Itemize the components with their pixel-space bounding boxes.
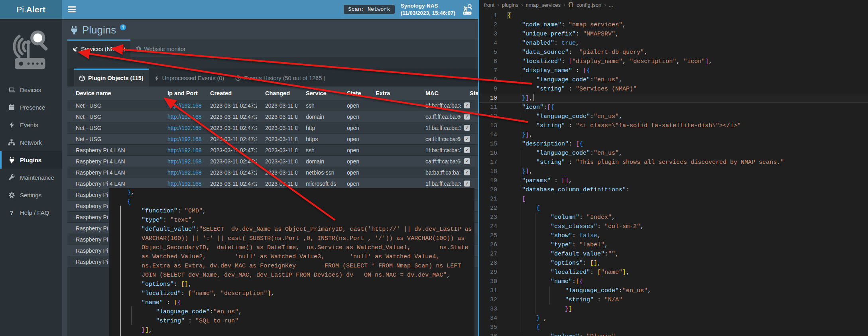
code-line: 19 "params" : [], — [479, 176, 868, 185]
table-cell: 1f:ba:ff:ca:ba:34 — [417, 178, 461, 189]
table-cell — [367, 122, 417, 133]
status-checkbox[interactable]: ✓ — [464, 114, 470, 120]
breadcrumb-item[interactable]: config.json — [577, 2, 601, 8]
status-checkbox[interactable]: ✓ — [464, 125, 470, 131]
table-cell: Net - USG — [67, 100, 159, 111]
code-line: 11 "icon":[{ — [479, 103, 868, 112]
top-header: Scan: Network Synology-NAS (11/03/2023, … — [62, 0, 478, 19]
breadcrumb[interactable]: front› plugins› nmap_services› {} config… — [479, 0, 868, 10]
table-cell: netbios-ssn — [297, 167, 339, 178]
code-line: "options": [], — [109, 280, 474, 289]
col-created[interactable]: Created — [202, 86, 257, 100]
status-checkbox[interactable]: ✓ — [464, 102, 470, 108]
table-cell: open — [339, 156, 367, 167]
subtab-events-history[interactable]: Events History (50 out of 1265 ) — [230, 69, 331, 86]
sidebar-item-label: Plugins — [20, 157, 41, 163]
code-line: as Watched_Value2, 'null' as Watched_Val… — [109, 252, 474, 261]
chevron-right-icon: › — [497, 2, 499, 8]
breadcrumb-item[interactable]: plugins — [502, 2, 518, 8]
table-cell: open — [339, 167, 367, 178]
sidebar-item-plugins[interactable]: Plugins — [0, 151, 62, 169]
ip-port-link[interactable]: http://192.168.1.1:443 — [167, 136, 202, 142]
tab-website-monitor[interactable]: Website monitor — [130, 39, 191, 57]
col-extra[interactable]: Extra — [367, 86, 417, 100]
breadcrumb-item[interactable]: front — [484, 2, 494, 8]
table-cell: 2023-03-11 02:47:20 — [202, 167, 257, 178]
sidebar-item-presence[interactable]: Presence — [0, 98, 62, 116]
tab-services-nmap[interactable]: Services (NMAP) — [67, 39, 130, 57]
col-mac[interactable]: MAC — [417, 86, 461, 100]
code-line: 36 "column": "Plugin", — [479, 332, 868, 336]
subtab-label: Plugin Objects (115) — [88, 75, 144, 81]
subtab-unprocessed-events[interactable]: Unprocessed Events (0) — [149, 69, 230, 86]
col-changed[interactable]: Changed — [257, 86, 297, 100]
ip-port-link[interactable]: http://192.168.1.1:22 — [167, 102, 202, 109]
table-cell: 2023-03-11 02:47:20 — [257, 100, 297, 111]
sidebar-item-help[interactable]: ? Help / FAQ — [0, 204, 62, 221]
header-divider — [0, 19, 478, 20]
table-cell: 2023-03-11 02:47:20 — [257, 178, 297, 189]
hamburger-menu-icon[interactable] — [68, 6, 76, 13]
chevron-right-icon: › — [604, 2, 606, 8]
table-cell: open — [339, 100, 367, 111]
code-line: 18 }], — [479, 167, 868, 176]
code-line: 14 }], — [479, 130, 868, 140]
code-line: 32 "string" : "N/A" — [479, 295, 868, 305]
json-symbol-icon: {} — [568, 2, 574, 8]
page-title: Plugins — [82, 24, 116, 36]
col-service[interactable]: Service — [297, 86, 339, 100]
breadcrumb-item[interactable]: ... — [609, 2, 613, 8]
bolt-icon — [8, 122, 15, 128]
ip-port-link[interactable]: http://192.168.1.9:53 — [167, 158, 202, 165]
help-badge[interactable]: ? — [120, 24, 126, 30]
ip-port-link[interactable]: http://192.168.1.9:139 — [167, 169, 202, 176]
code-line: 8 "language_code":"en_us", — [479, 75, 868, 84]
code-line: 26 "type": "label", — [479, 240, 868, 250]
ip-port-link[interactable]: http://192.168.1.1:53 — [167, 114, 202, 120]
code-line: "function": "CMD", — [109, 206, 474, 216]
wrench-icon — [8, 174, 15, 181]
ip-port-link[interactable]: http://192.168.1.9:445 — [167, 181, 202, 187]
status-checkbox[interactable]: ✓ — [464, 136, 470, 142]
app-brand[interactable]: Pi.Alert — [0, 0, 62, 19]
status-checkbox[interactable]: ✓ — [464, 169, 470, 175]
ip-port-link[interactable]: http://192.168.1.1:80 — [167, 125, 202, 131]
code-line: 4 "enabled": true, — [479, 39, 868, 48]
status-checkbox[interactable]: ✓ — [464, 158, 470, 164]
table-cell: Net - USG — [67, 111, 159, 122]
col-device-name[interactable]: Device name — [67, 86, 159, 100]
sidebar: Devices Presence Events Network Plugins — [0, 20, 62, 336]
table-cell — [367, 178, 417, 189]
indent-guide — [521, 75, 521, 94]
plug-icon — [8, 157, 15, 163]
table-cell — [367, 145, 417, 155]
header-right: Scan: Network Synology-NAS (11/03/2023, … — [344, 2, 474, 16]
table-cell — [367, 156, 417, 167]
table-cell: 1f:ba:ff:ca:ba:34 — [417, 122, 461, 133]
subtab-plugin-objects[interactable]: Plugin Objects (115) — [74, 69, 149, 86]
pialert-logo-icon — [461, 3, 474, 16]
table-cell: http://192.168.1.1:443 — [159, 134, 202, 144]
sidebar-item-maintenance[interactable]: Maintenance — [0, 169, 62, 186]
col-state[interactable]: State — [339, 86, 367, 100]
status-checkbox[interactable]: ✓ — [464, 181, 470, 187]
table-cell: 1f:ba:ff:ca:ba:34 — [417, 145, 461, 155]
table-cell: http://192.168.1.1:80 — [159, 122, 202, 133]
sidebar-item-events[interactable]: Events — [0, 116, 62, 134]
sidebar-item-network[interactable]: Network — [0, 134, 62, 151]
breadcrumb-item[interactable]: nmap_services — [526, 2, 561, 8]
editor[interactable]: 1{2 "code_name": "nmap_services",3 "uniq… — [479, 10, 868, 336]
col-status[interactable]: Status — [461, 86, 478, 100]
table-cell: http — [297, 122, 339, 133]
ip-port-link[interactable]: http://192.168.1.9:22 — [167, 147, 202, 153]
sidebar-item-settings[interactable]: Settings — [0, 186, 62, 204]
host-info: Synology-NAS (11/03/2023, 15:46:07) — [401, 2, 455, 16]
status-checkbox[interactable]: ✓ — [464, 147, 470, 153]
table-cell: domain — [297, 111, 339, 122]
page-title-row: Plugins ? — [70, 24, 126, 36]
table-row: Raspberry Pi 4 LANhttp://192.168.1.9:445… — [67, 178, 478, 189]
code-line: 6 "localized": ["display_name", "descrip… — [479, 57, 868, 66]
sidebar-item-devices[interactable]: Devices — [0, 81, 62, 98]
screen: Pi.Alert Scan: Network Synology-NAS (11/… — [0, 0, 868, 336]
col-ip-and-port[interactable]: Ip and Port — [159, 86, 202, 100]
